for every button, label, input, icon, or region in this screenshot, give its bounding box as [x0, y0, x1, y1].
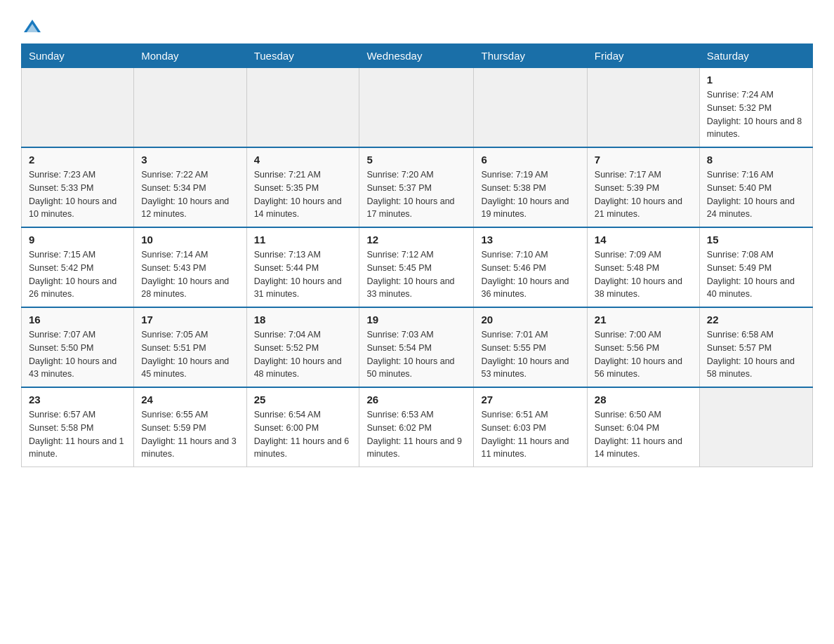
calendar-week-row: 1Sunrise: 7:24 AM Sunset: 5:32 PM Daylig…	[22, 68, 813, 148]
calendar-cell: 9Sunrise: 7:15 AM Sunset: 5:42 PM Daylig…	[22, 227, 134, 307]
weekday-header-saturday: Saturday	[699, 44, 812, 68]
day-info: Sunrise: 7:16 AM Sunset: 5:40 PM Dayligh…	[707, 168, 805, 221]
day-number: 24	[141, 394, 239, 405]
calendar-cell: 18Sunrise: 7:04 AM Sunset: 5:52 PM Dayli…	[246, 307, 359, 387]
calendar-cell: 17Sunrise: 7:05 AM Sunset: 5:51 PM Dayli…	[134, 307, 246, 387]
day-number: 8	[707, 154, 805, 166]
day-number: 13	[481, 234, 579, 246]
calendar-cell: 28Sunrise: 6:50 AM Sunset: 6:04 PM Dayli…	[587, 387, 699, 467]
day-number: 18	[254, 314, 352, 326]
day-info: Sunrise: 7:01 AM Sunset: 5:55 PM Dayligh…	[481, 328, 579, 381]
calendar-cell: 2Sunrise: 7:23 AM Sunset: 5:33 PM Daylig…	[22, 147, 134, 227]
day-number: 3	[141, 154, 239, 166]
weekday-header-thursday: Thursday	[474, 44, 587, 68]
calendar-cell: 26Sunrise: 6:53 AM Sunset: 6:02 PM Dayli…	[359, 387, 474, 467]
day-number: 26	[366, 394, 466, 405]
calendar-week-row: 2Sunrise: 7:23 AM Sunset: 5:33 PM Daylig…	[22, 147, 813, 227]
day-number: 6	[481, 154, 579, 166]
calendar-cell: 16Sunrise: 7:07 AM Sunset: 5:50 PM Dayli…	[22, 307, 134, 387]
day-info: Sunrise: 7:21 AM Sunset: 5:35 PM Dayligh…	[254, 168, 352, 221]
calendar-cell: 6Sunrise: 7:19 AM Sunset: 5:38 PM Daylig…	[474, 147, 587, 227]
day-number: 23	[29, 394, 126, 405]
calendar-table: SundayMondayTuesdayWednesdayThursdayFrid…	[21, 43, 813, 467]
day-info: Sunrise: 7:22 AM Sunset: 5:34 PM Dayligh…	[141, 168, 239, 221]
day-info: Sunrise: 7:04 AM Sunset: 5:52 PM Dayligh…	[254, 328, 352, 381]
day-info: Sunrise: 7:08 AM Sunset: 5:49 PM Dayligh…	[707, 248, 805, 301]
calendar-cell: 22Sunrise: 6:58 AM Sunset: 5:57 PM Dayli…	[699, 307, 812, 387]
calendar-cell	[22, 68, 134, 148]
day-info: Sunrise: 7:14 AM Sunset: 5:43 PM Dayligh…	[141, 248, 239, 301]
calendar-cell: 5Sunrise: 7:20 AM Sunset: 5:37 PM Daylig…	[359, 147, 474, 227]
weekday-header-wednesday: Wednesday	[359, 44, 474, 68]
calendar-cell	[474, 68, 587, 148]
day-number: 11	[254, 234, 352, 246]
day-number: 10	[141, 234, 239, 246]
day-info: Sunrise: 7:15 AM Sunset: 5:42 PM Dayligh…	[29, 248, 126, 301]
day-info: Sunrise: 7:24 AM Sunset: 5:32 PM Dayligh…	[707, 88, 805, 141]
day-number: 15	[707, 234, 805, 246]
day-info: Sunrise: 7:09 AM Sunset: 5:48 PM Dayligh…	[595, 248, 692, 301]
weekday-header-sunday: Sunday	[22, 44, 134, 68]
day-info: Sunrise: 7:19 AM Sunset: 5:38 PM Dayligh…	[481, 168, 579, 221]
day-info: Sunrise: 7:10 AM Sunset: 5:46 PM Dayligh…	[481, 248, 579, 301]
calendar-cell	[246, 68, 359, 148]
day-info: Sunrise: 6:51 AM Sunset: 6:03 PM Dayligh…	[481, 408, 579, 461]
day-number: 21	[595, 314, 692, 326]
calendar-cell	[359, 68, 474, 148]
day-info: Sunrise: 7:20 AM Sunset: 5:37 PM Dayligh…	[366, 168, 466, 221]
day-number: 2	[29, 154, 126, 166]
calendar-week-row: 23Sunrise: 6:57 AM Sunset: 5:58 PM Dayli…	[22, 387, 813, 467]
day-info: Sunrise: 6:50 AM Sunset: 6:04 PM Dayligh…	[595, 408, 692, 461]
day-number: 17	[141, 314, 239, 326]
day-info: Sunrise: 7:12 AM Sunset: 5:45 PM Dayligh…	[366, 248, 466, 301]
weekday-header-tuesday: Tuesday	[246, 44, 359, 68]
day-number: 7	[595, 154, 692, 166]
calendar-cell: 14Sunrise: 7:09 AM Sunset: 5:48 PM Dayli…	[587, 227, 699, 307]
calendar-cell: 10Sunrise: 7:14 AM Sunset: 5:43 PM Dayli…	[134, 227, 246, 307]
day-number: 9	[29, 234, 126, 246]
day-info: Sunrise: 6:53 AM Sunset: 6:02 PM Dayligh…	[366, 408, 466, 461]
day-number: 19	[366, 314, 466, 326]
day-info: Sunrise: 6:58 AM Sunset: 5:57 PM Dayligh…	[707, 328, 805, 381]
calendar-cell: 8Sunrise: 7:16 AM Sunset: 5:40 PM Daylig…	[699, 147, 812, 227]
calendar-cell: 21Sunrise: 7:00 AM Sunset: 5:56 PM Dayli…	[587, 307, 699, 387]
day-number: 28	[595, 394, 692, 405]
calendar-cell: 27Sunrise: 6:51 AM Sunset: 6:03 PM Dayli…	[474, 387, 587, 467]
day-number: 1	[707, 74, 805, 86]
day-number: 25	[254, 394, 352, 405]
calendar-cell	[699, 387, 812, 467]
logo-icon	[22, 17, 42, 36]
weekday-header-friday: Friday	[587, 44, 699, 68]
calendar-cell	[587, 68, 699, 148]
calendar-cell	[134, 68, 246, 148]
calendar-cell: 25Sunrise: 6:54 AM Sunset: 6:00 PM Dayli…	[246, 387, 359, 467]
calendar-cell: 19Sunrise: 7:03 AM Sunset: 5:54 PM Dayli…	[359, 307, 474, 387]
day-number: 20	[481, 314, 579, 326]
calendar-cell: 7Sunrise: 7:17 AM Sunset: 5:39 PM Daylig…	[587, 147, 699, 227]
calendar-cell: 23Sunrise: 6:57 AM Sunset: 5:58 PM Dayli…	[22, 387, 134, 467]
calendar-cell: 20Sunrise: 7:01 AM Sunset: 5:55 PM Dayli…	[474, 307, 587, 387]
day-info: Sunrise: 7:17 AM Sunset: 5:39 PM Dayligh…	[595, 168, 692, 221]
day-number: 22	[707, 314, 805, 326]
calendar-cell: 11Sunrise: 7:13 AM Sunset: 5:44 PM Dayli…	[246, 227, 359, 307]
calendar-cell: 1Sunrise: 7:24 AM Sunset: 5:32 PM Daylig…	[699, 68, 812, 148]
day-number: 16	[29, 314, 126, 326]
calendar-cell: 13Sunrise: 7:10 AM Sunset: 5:46 PM Dayli…	[474, 227, 587, 307]
day-info: Sunrise: 7:13 AM Sunset: 5:44 PM Dayligh…	[254, 248, 352, 301]
day-info: Sunrise: 7:05 AM Sunset: 5:51 PM Dayligh…	[141, 328, 239, 381]
day-info: Sunrise: 6:54 AM Sunset: 6:00 PM Dayligh…	[254, 408, 352, 461]
calendar-cell: 3Sunrise: 7:22 AM Sunset: 5:34 PM Daylig…	[134, 147, 246, 227]
day-number: 12	[366, 234, 466, 246]
day-info: Sunrise: 7:23 AM Sunset: 5:33 PM Dayligh…	[29, 168, 126, 221]
calendar-week-row: 9Sunrise: 7:15 AM Sunset: 5:42 PM Daylig…	[22, 227, 813, 307]
day-info: Sunrise: 6:55 AM Sunset: 5:59 PM Dayligh…	[141, 408, 239, 461]
day-info: Sunrise: 7:00 AM Sunset: 5:56 PM Dayligh…	[595, 328, 692, 381]
logo	[21, 17, 42, 32]
day-info: Sunrise: 7:07 AM Sunset: 5:50 PM Dayligh…	[29, 328, 126, 381]
day-number: 5	[366, 154, 466, 166]
calendar-week-row: 16Sunrise: 7:07 AM Sunset: 5:50 PM Dayli…	[22, 307, 813, 387]
day-number: 14	[595, 234, 692, 246]
calendar-cell: 12Sunrise: 7:12 AM Sunset: 5:45 PM Dayli…	[359, 227, 474, 307]
day-number: 4	[254, 154, 352, 166]
calendar-cell: 4Sunrise: 7:21 AM Sunset: 5:35 PM Daylig…	[246, 147, 359, 227]
